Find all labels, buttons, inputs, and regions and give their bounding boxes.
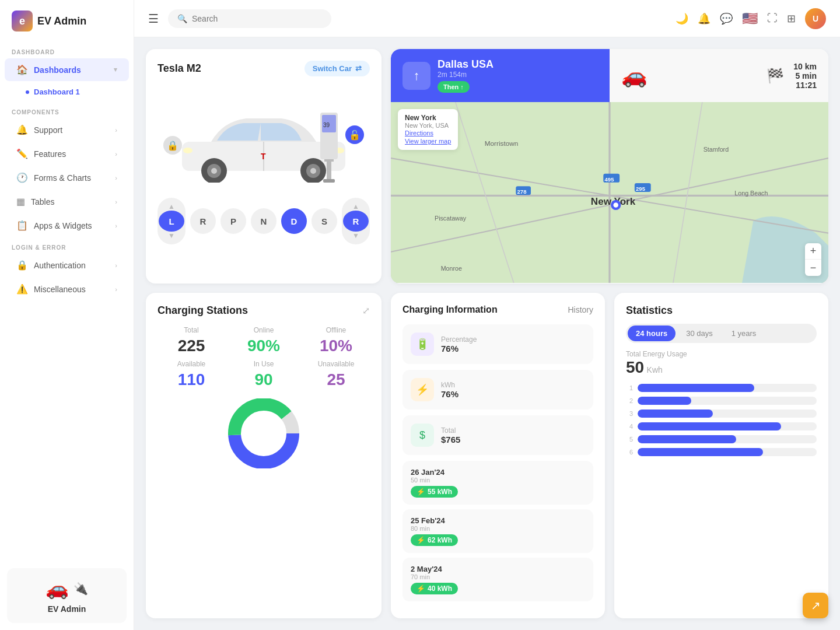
sidebar-label-forms-charts: Forms & Charts: [34, 173, 91, 183]
zoom-out-button[interactable]: −: [805, 260, 821, 276]
stat-available: Available 110: [158, 360, 225, 389]
tab-30days[interactable]: 30 days: [678, 326, 721, 341]
section-components: COMPONENTS: [0, 102, 134, 118]
fullscreen-icon[interactable]: ⛶: [767, 12, 778, 24]
poi-address: New York, USA: [405, 122, 451, 129]
tesla-card-header: Tesla M2 Switch Car ⇄: [158, 61, 370, 76]
gear-N[interactable]: N: [251, 208, 276, 234]
sidebar-item-support[interactable]: 🔔 Support ›: [5, 118, 129, 141]
sidebar-item-miscellaneous[interactable]: ⚠️ Miscellaneous ›: [5, 278, 129, 300]
route-car-icon: 🚗: [621, 64, 648, 88]
flag-icon[interactable]: 🇺🇸: [742, 11, 758, 26]
gear-D[interactable]: D: [281, 208, 307, 234]
history-badge-1: ⚡ 55 kWh: [411, 486, 458, 498]
info-item-kwh: ⚡ kWh 76%: [402, 370, 593, 410]
charging-info-card: Charging Information History 🔋 Percentag…: [391, 293, 605, 618]
gear-R[interactable]: R: [190, 208, 216, 234]
charging-info-header: Charging Information History: [402, 304, 593, 315]
svg-text:Monroe: Monroe: [441, 265, 462, 272]
grid-icon: ▦: [16, 196, 25, 207]
sidebar-item-dashboards[interactable]: 🏠 Dashboards ▾: [5, 58, 129, 81]
info-value-percentage: 76%: [441, 344, 477, 354]
stat-inuse-label: In Use: [230, 360, 298, 368]
gear-nav-left[interactable]: ▲ L ▼: [158, 198, 186, 244]
info-text-total: Total $765: [441, 426, 460, 444]
history-badge-2: ⚡ 62 kWh: [411, 534, 458, 546]
clock-icon: 🕐: [16, 172, 28, 183]
info-item-total: $ Total $765: [402, 415, 593, 455]
gear-nav-right[interactable]: ▲ R ▼: [342, 198, 370, 244]
zoom-in-button[interactable]: +: [805, 243, 821, 260]
svg-text:495: 495: [604, 176, 614, 183]
section-login-error: LOGIN & ERROR: [0, 237, 134, 253]
bar-num-5: 5: [626, 436, 633, 443]
bell-icon[interactable]: 🔔: [698, 12, 710, 25]
sidebar-item-apps-widgets[interactable]: 📋 Apps & Widgets ›: [5, 214, 129, 237]
bar-num-3: 3: [626, 410, 633, 417]
gear-R2[interactable]: R: [343, 211, 369, 232]
stats-energy: Total Energy Usage 50 Kwh: [626, 350, 817, 377]
view-map-link[interactable]: View larger map: [405, 138, 451, 145]
history-button[interactable]: History: [568, 305, 593, 314]
tab-24hours[interactable]: 24 hours: [628, 326, 676, 341]
sidebar-label-features: Features: [34, 149, 66, 159]
chat-icon[interactable]: 💬: [720, 12, 733, 25]
main-area: ☰ 🔍 🌙 🔔 💬 🇺🇸 ⛶ ⊞ U Tesla M2 Switch Car ⇄: [134, 0, 840, 630]
settings-icon[interactable]: ⊞: [787, 12, 796, 25]
sidebar-item-forms-charts[interactable]: 🕐 Forms & Charts ›: [5, 166, 129, 189]
map-location-name: Dallas USA: [438, 58, 494, 71]
history-duration-2: 80 min: [411, 525, 585, 532]
lock-badge[interactable]: 🔒: [163, 136, 182, 155]
arrow-up-icon: ▲: [168, 202, 175, 211]
bar-bg-3: [638, 410, 817, 418]
charging-stats-grid: Total 225 Online 90% Offline 10% Availab…: [158, 326, 370, 389]
svg-text:T: T: [261, 152, 266, 161]
floating-action-button[interactable]: ↗: [803, 593, 828, 618]
stat-inuse-value: 90: [230, 370, 298, 389]
logo: e EV Admin: [0, 0, 134, 42]
info-label-total: Total: [441, 426, 460, 435]
map-zoom: + −: [805, 243, 821, 276]
lightning-badge-icon-3: ⚡: [416, 584, 425, 593]
search-input[interactable]: [192, 14, 320, 23]
sidebar-label-tables: Tables: [31, 197, 54, 206]
content-grid: Tesla M2 Switch Car ⇄ 🔒: [134, 37, 840, 630]
bar-num-2: 2: [626, 397, 633, 404]
hamburger-button[interactable]: ☰: [148, 12, 159, 26]
directions-link[interactable]: Directions: [405, 130, 433, 136]
bar-bg-6: [638, 448, 817, 456]
stat-unavailable: Unavailable 25: [302, 360, 370, 389]
tab-1years[interactable]: 1 years: [723, 326, 765, 341]
external-link-icon[interactable]: ⤢: [362, 305, 370, 316]
gear-S[interactable]: S: [312, 208, 337, 234]
sidebar-label-support: Support: [34, 125, 62, 135]
moon-icon[interactable]: 🌙: [676, 12, 688, 25]
sidebar-bottom-brand: 🚗 🔌 EV Admin: [7, 568, 127, 623]
map-distance: 2m 154m: [438, 71, 494, 79]
bars-area: 1 2 3 4: [626, 384, 817, 456]
svg-text:295: 295: [636, 186, 646, 192]
lightning-icon-circle: ⚡: [411, 378, 434, 401]
gear-L[interactable]: L: [159, 211, 184, 232]
sidebar-item-tables[interactable]: ▦ Tables ›: [5, 190, 129, 213]
sidebar-item-authentication[interactable]: 🔒 Authentication ›: [5, 254, 129, 276]
history-date-2: 25 Feb'24: [411, 516, 585, 525]
energy-label: Total Energy Usage: [626, 350, 817, 358]
sidebar-item-features[interactable]: ✏️ Features ›: [5, 142, 129, 165]
sidebar-sub-item-dashboard1[interactable]: Dashboard 1: [26, 84, 134, 100]
info-item-percentage: 🔋 Percentage 76%: [402, 324, 593, 364]
charging-station-svg: 39: [312, 107, 346, 188]
bar-bg-4: [638, 422, 817, 430]
history-date-1: 26 Jan'24: [411, 468, 585, 477]
charging-stations-card: Charging Stations ⤢ Total 225 Online 90%…: [146, 293, 382, 618]
unlock-badge[interactable]: 🔓: [345, 125, 364, 144]
gear-P[interactable]: P: [220, 208, 246, 234]
history-kwh-1: 55 kWh: [428, 488, 452, 496]
bar-row-5: 5: [626, 435, 817, 443]
stat-offline-value: 10%: [302, 337, 370, 355]
info-text-kwh: kWh 76%: [441, 381, 459, 399]
route-flag-icon: 🏁: [766, 68, 784, 84]
switch-car-button[interactable]: Switch Car ⇄: [304, 61, 370, 76]
history-kwh-3: 40 kWh: [428, 584, 452, 593]
avatar[interactable]: U: [805, 8, 826, 29]
